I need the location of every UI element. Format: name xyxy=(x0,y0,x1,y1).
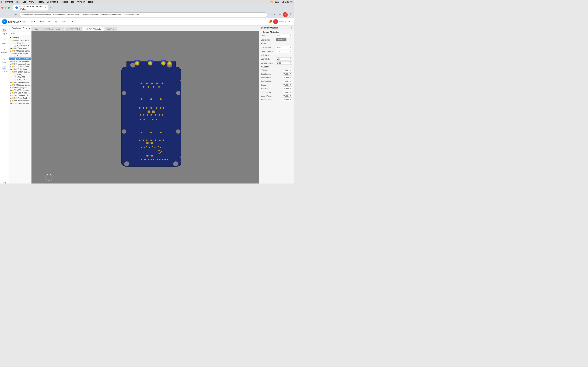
layer-distance-select[interactable]: 0mm ⇅ xyxy=(276,50,292,53)
workspace-select[interactable]: Work Space - Persc xyxy=(10,26,31,30)
tab-new-pcb-2[interactable]: ⊞ NEW_PCB 2 xyxy=(65,27,82,31)
menu-button[interactable]: ⋮ xyxy=(288,12,293,17)
toolbar-settings-btn[interactable]: ⚙ ▾ xyxy=(60,20,67,24)
filter-input[interactable] xyxy=(10,32,30,35)
tree-user-section[interactable]: ▾ diyking xyxy=(9,36,31,39)
tree-item-stepper-motor[interactable]: ▶ 📁 DIY Stepper motor... xyxy=(9,81,31,84)
tree-item-new-pcb[interactable]: 📋 NEW_PCB xyxy=(9,76,31,78)
canvas-attributes-section[interactable]: ▾ Canvas Attributes xyxy=(259,30,294,34)
tab-new-pcb-indu[interactable]: ⊞ NEW_PCB indu... xyxy=(83,27,105,31)
window-minimize-button[interactable] xyxy=(5,7,7,9)
user-menu-btn[interactable]: ▾ xyxy=(288,20,292,24)
layer-3dmodel-select[interactable]: Visible ⇅ xyxy=(283,69,292,72)
menu-chrome[interactable]: Chrome xyxy=(5,0,13,3)
tree-item-hoverboard[interactable]: ▾ 📁 Hoverboard Hub M... xyxy=(9,39,31,42)
clock: Tue 8:29 PM xyxy=(281,1,293,3)
colors-section[interactable]: ▾ Colors xyxy=(259,53,294,57)
tree-item-induction-cook[interactable]: ▶ 📁 DIY Induction cook... xyxy=(9,100,31,102)
menu-edit[interactable]: Edit xyxy=(22,0,26,3)
canvas-area[interactable] xyxy=(32,31,259,184)
tab-start[interactable]: Start xyxy=(32,27,41,31)
sidebar-item-libraries[interactable]: 🔍 Libraries xyxy=(0,46,8,55)
units-select[interactable]: mm ⇅ xyxy=(276,34,292,37)
tree-item-induction[interactable]: ▶ 📁 DIY Induction Stov... xyxy=(9,63,31,65)
layer-bottomlayer-select[interactable]: Visible ⇅ xyxy=(283,91,292,94)
sidebar-item-jlcpcb[interactable]: JLC JLCPCB xyxy=(0,65,8,74)
sidebar-item-eelib[interactable]: ⚡ EELib xyxy=(0,36,8,45)
refresh-button[interactable]: ↻ xyxy=(13,12,18,17)
tree-item-branding[interactable]: ▶ 📁 Branding iron Indu... xyxy=(9,60,31,63)
menu-window[interactable]: Window xyxy=(77,0,85,3)
recycle-bin[interactable]: Recycle Bin xyxy=(0,181,8,184)
toolbar-view-btn[interactable]: 👁 ▾ xyxy=(38,20,45,24)
tree-item-sheet1-hov[interactable]: 📄 Sheet_1 xyxy=(9,42,31,44)
tree-item-sheet1-bat[interactable]: 📄 Sheet_1 xyxy=(9,73,31,76)
svg-point-41 xyxy=(153,86,155,88)
tree-item-jacobs[interactable]: ▶ 📁 Jacobs ladder - m... xyxy=(9,94,31,97)
new-tab-button[interactable]: + xyxy=(48,5,53,10)
board-color-select[interactable]: Blue ⇅ xyxy=(276,58,292,60)
tree-item-powerful[interactable]: ▾ 📁 DIY Powerful indu... xyxy=(9,52,31,55)
toolbar-folder-btn[interactable]: 📁 ▾ xyxy=(29,20,36,24)
layer-topmask-select[interactable]: Visible ⇅ xyxy=(283,76,292,79)
tree-item-police[interactable]: ▶ 📁 DIY Police flasher ... xyxy=(9,68,31,71)
tree-item-new-pcb-2[interactable]: 📋 NEW_PCB 2 xyxy=(9,78,31,81)
layer-substrate-select[interactable]: Visible ⇅ xyxy=(283,87,292,90)
chrome-tab-active[interactable]: EasyEDA - A Simple and Powe... ✕ xyxy=(13,5,48,10)
toolbar-history-btn[interactable]: ⟳ xyxy=(47,20,52,24)
tree-item-pwm[interactable]: ▶ 📁 PWM Speed Contr... xyxy=(9,50,31,52)
tree-item-self-balancing[interactable]: ▶ 📁 Self balancing robo xyxy=(9,102,31,105)
layer-toppaste-select[interactable]: Visible ⇅ xyxy=(283,80,292,83)
toolbar-help-btn[interactable]: ? ▾ xyxy=(69,20,75,24)
board-thickness-select[interactable]: 1.6mm ⇅ xyxy=(276,46,292,49)
tree-item-spot-welder[interactable]: ▶ 📁 DIY Spot Welder - ... xyxy=(9,92,31,94)
surface-finish-select[interactable]: Gold ⇅ xyxy=(276,61,292,65)
user-avatar[interactable]: R xyxy=(283,12,288,17)
bookmark-button[interactable]: ☆ xyxy=(268,12,272,17)
forward-button[interactable]: → xyxy=(7,12,12,17)
layer-toplayer-select[interactable]: Visible ⇅ xyxy=(283,83,292,86)
background-color-swatch[interactable]: #808080 xyxy=(276,38,286,42)
layer-bottompaste-select[interactable]: Visible ⇅ xyxy=(283,95,292,98)
tree-item-hub-motor[interactable]: 📋 Hub Motor PCB xyxy=(9,44,31,47)
cast-button[interactable]: ⊡ xyxy=(273,12,277,17)
tab-battery-level[interactable]: ⊞ DIY Battery level ... xyxy=(41,27,64,31)
tree-item-lithium[interactable]: ▶ 📁 Lithium pollymer c... xyxy=(9,86,31,89)
tree-item-pwm2[interactable]: ▶ 📁 PWM Speed Contr... xyxy=(9,84,31,86)
layer-topsilk-select[interactable]: Visible ⇅ xyxy=(283,73,292,75)
menu-file[interactable]: File xyxy=(16,0,20,3)
sidebar-item-parts[interactable]: Parts xyxy=(0,55,8,64)
user-avatar-app[interactable]: R xyxy=(273,19,278,24)
tree-item-new-pcb-indu-active[interactable]: 📋 NEW_PCB indu... xyxy=(9,58,31,60)
menu-view[interactable]: View xyxy=(29,0,34,3)
tree-item-battery[interactable]: ▾ 📁 DIY Battery level i... xyxy=(9,71,31,73)
tree-item-tp4056[interactable]: ▶ 📁 TP-4056 - master -... xyxy=(9,89,31,92)
back-button[interactable]: ← xyxy=(1,12,6,17)
sidebar-item-project[interactable]: Project xyxy=(0,27,8,36)
tree-item-three-phase[interactable]: ▶ 📁 DIY Three phase r... xyxy=(9,47,31,50)
menu-help[interactable]: Help xyxy=(88,0,93,3)
tree-item-power-bank[interactable]: ▶ 📁 DIY Power Bank - ... xyxy=(9,97,31,100)
tree-item-steper[interactable]: ▶ 📁 Steper Motor contr... xyxy=(9,65,31,68)
layer-bottomsolder-select[interactable]: Visible ⇅ xyxy=(283,98,292,101)
window-maximize-button[interactable] xyxy=(8,7,10,9)
menu-bookmarks[interactable]: Bookmarks xyxy=(47,0,58,3)
notification-button[interactable]: 🔔 6 xyxy=(268,20,272,23)
tab-3d-view[interactable]: 3D View xyxy=(105,27,117,31)
screenshot-button[interactable]: ✂ xyxy=(278,12,282,17)
address-bar[interactable]: easyeda.com/editor#id=1f3a8743d27d4efbbb… xyxy=(19,12,267,17)
folder-icon: 📁 xyxy=(12,50,14,52)
toolbar-layers-btn[interactable]: ⊞ xyxy=(54,20,58,24)
tab-close-button[interactable]: ✕ xyxy=(44,6,46,9)
tree-item-sheet1-pow[interactable]: 📄 Sheet_1 xyxy=(9,55,31,58)
size-section[interactable]: ▾ Size xyxy=(259,42,294,45)
svg-point-19 xyxy=(176,91,181,95)
menu-tab[interactable]: Tab xyxy=(71,0,75,3)
project-icon xyxy=(2,28,6,32)
menu-people[interactable]: People xyxy=(61,0,68,3)
window-controls[interactable] xyxy=(1,7,10,9)
tab-newpcb2-label: NEW_PCB 2 xyxy=(69,28,80,30)
layers-section[interactable]: ▾ Layers xyxy=(259,65,294,68)
window-close-button[interactable] xyxy=(1,7,3,9)
menu-history[interactable]: History xyxy=(37,0,44,3)
